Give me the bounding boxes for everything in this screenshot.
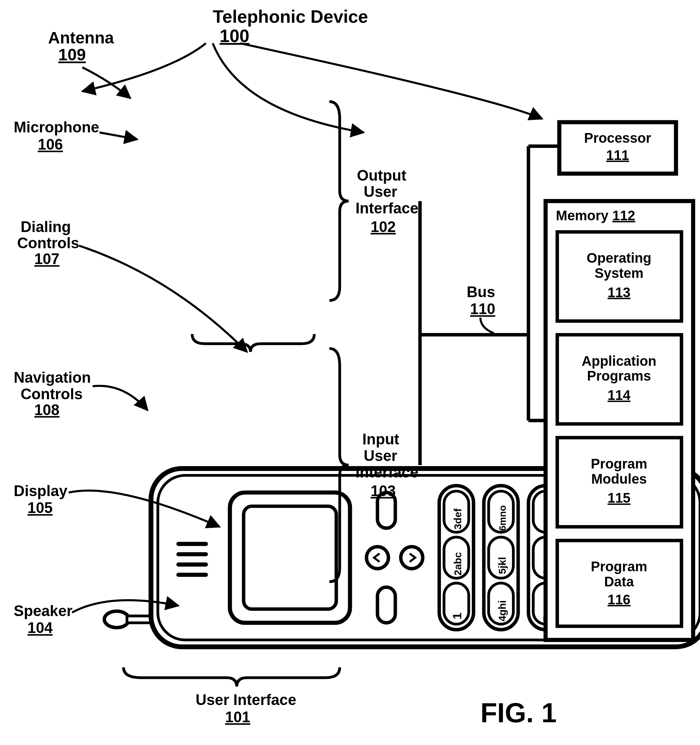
speaker-label: Speaker (14, 602, 72, 619)
display-ref: 105 (28, 499, 53, 516)
ui-label: User Interface (196, 691, 296, 708)
out-ui-ref: 102 (370, 218, 396, 235)
title-label: Telephonic Device (213, 6, 368, 27)
nav-down (401, 547, 423, 569)
title-ref: 100 (220, 26, 249, 46)
svg-text:116: 116 (607, 592, 630, 607)
svg-text:115: 115 (607, 490, 630, 506)
display-screen (244, 506, 336, 609)
os-label: OperatingSystem (586, 250, 651, 281)
mem-label: Memory 112 (556, 208, 635, 223)
mic-label: Microphone (14, 118, 99, 136)
out-ui-label: Output User Interface (355, 167, 418, 217)
apps-label: ApplicationPrograms (582, 353, 657, 384)
svg-rect-1 (127, 616, 151, 623)
svg-text:2abc: 2abc (452, 552, 463, 575)
antenna-label: Antenna (48, 28, 114, 47)
mods-label: ProgramModules (591, 456, 648, 486)
svg-text:5jkl: 5jkl (496, 557, 508, 574)
bus-ref: 110 (470, 300, 495, 317)
brace-ui (123, 667, 340, 687)
in-ui-ref: 103 (370, 482, 396, 499)
svg-text:114: 114 (607, 387, 630, 402)
speaker-ref: 104 (28, 619, 53, 636)
svg-text:4ghi: 4ghi (496, 600, 508, 621)
nav-label: Navigation Controls (14, 369, 95, 402)
ui-ref: 101 (225, 708, 250, 726)
nav-up (366, 547, 388, 569)
mic-ref: 106 (37, 136, 63, 153)
figure-label: FIG. 1 (480, 697, 556, 728)
nav-ref: 108 (34, 401, 59, 418)
proc-label: Processor (584, 130, 651, 145)
svg-point-0 (104, 611, 129, 628)
diagram-figure: Telephonic Device 100 Antenna 109 (0, 0, 700, 745)
bus-label: Bus (467, 283, 495, 300)
svg-text:113: 113 (607, 285, 630, 300)
display-label: Display (14, 482, 67, 499)
nav-left-soft (378, 587, 396, 622)
svg-text:3def: 3def (452, 509, 463, 530)
brace-output-ui (330, 102, 349, 301)
svg-text:6mno: 6mno (497, 506, 508, 531)
antenna-ref: 109 (58, 45, 86, 64)
dial-ref: 107 (34, 250, 59, 267)
dial-label: Dialing Controls (17, 218, 79, 252)
proc-ref: 111 (606, 148, 629, 163)
in-ui-label: Input User Interface (355, 431, 418, 480)
svg-text:1: 1 (450, 613, 464, 619)
